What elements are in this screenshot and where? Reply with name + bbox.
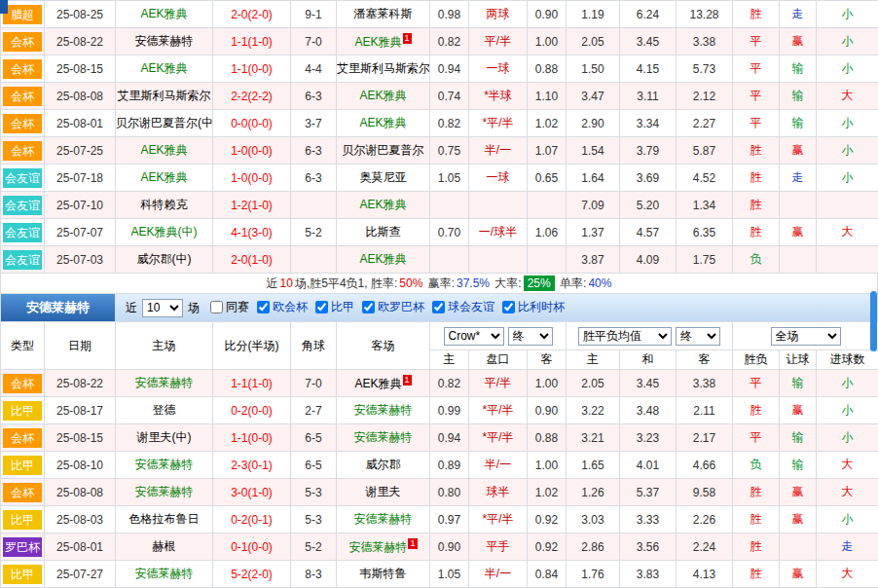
- team-name-link[interactable]: 色格拉布鲁日: [129, 512, 200, 526]
- league-filter[interactable]: 球会友谊: [432, 299, 494, 315]
- league-filter-checkbox[interactable]: [502, 301, 515, 313]
- team-name-link[interactable]: 安德莱赫特: [135, 567, 194, 580]
- league-filter[interactable]: 同赛: [210, 299, 249, 315]
- team-name-link[interactable]: 安德莱赫特: [354, 512, 413, 526]
- team-name-link[interactable]: AEK雅典: [359, 252, 406, 266]
- euro-final-select[interactable]: 终: [676, 327, 720, 346]
- team-name-link[interactable]: AEK雅典(中): [130, 225, 197, 239]
- euro-away-odds: 5.73: [677, 55, 733, 83]
- corners-cell: 3-7: [291, 110, 337, 137]
- asian-handicap-line: 半/一: [469, 452, 528, 479]
- team-name-link[interactable]: 谢里夫: [366, 485, 401, 498]
- team-name-link[interactable]: 安德莱赫特: [354, 403, 413, 417]
- asian-away-odds: 1.00: [528, 452, 567, 479]
- team-name-link[interactable]: 安德莱赫特: [135, 458, 194, 471]
- team-name-link[interactable]: AEK雅典: [140, 61, 187, 75]
- asian-away-odds: 0.88: [528, 424, 567, 452]
- league-filter-checkbox[interactable]: [257, 301, 270, 313]
- euro-average-select[interactable]: 胜平负均值: [578, 327, 672, 346]
- match-date: 25-08-01: [45, 533, 116, 561]
- league-filter[interactable]: 欧会杯: [257, 299, 308, 315]
- team-name-link[interactable]: 安德莱赫特: [348, 540, 407, 554]
- result-goals: 小: [817, 28, 878, 55]
- result-wdl: 平: [733, 83, 780, 110]
- team-name-link[interactable]: AEK雅典: [354, 377, 401, 390]
- team-name-link[interactable]: 安德莱赫特: [135, 376, 194, 389]
- home-team-cell: 赫根: [116, 533, 213, 561]
- score-cell: 1-2(1-0): [213, 192, 291, 219]
- team-name-link[interactable]: AEK雅典: [359, 89, 406, 102]
- team-name-link[interactable]: AEK雅典: [359, 198, 406, 211]
- team-name-link[interactable]: 贝尔谢巴夏普尔(中): [116, 116, 213, 129]
- asian-home-odds: [430, 246, 469, 274]
- league-filter-checkbox[interactable]: [362, 301, 375, 313]
- corners-cell: 9-1: [291, 1, 337, 28]
- team-name-link[interactable]: 奥莫尼亚: [360, 170, 407, 184]
- score-cell: 2-2(2-2): [213, 83, 291, 110]
- result-handicap: 赢: [780, 397, 817, 424]
- red-card-badge: 1: [403, 375, 412, 386]
- score-cell: 3-0(1-0): [213, 479, 291, 506]
- euro-away-odds: 2.12: [677, 83, 733, 110]
- team-name-link[interactable]: 安德莱赫特: [354, 430, 413, 444]
- team-name-link[interactable]: 艾里斯利马斯索尔: [337, 61, 430, 75]
- match-row: 会杯25-08-08艾里斯利马斯索尔2-2(2-2)6-3AEK雅典0.74*半…: [1, 83, 878, 110]
- match-count-select[interactable]: 10: [142, 299, 183, 317]
- away-team-cell: AEK雅典: [337, 83, 430, 110]
- team-name-link[interactable]: 贝尔谢巴夏普尔: [343, 143, 424, 157]
- summary-segment: 赢率:: [424, 276, 455, 290]
- team-name-link[interactable]: AEK雅典: [140, 170, 187, 184]
- league-type-badge: 会杯: [3, 428, 42, 448]
- team-name-link[interactable]: 威尔郡: [366, 458, 401, 471]
- team-name-link[interactable]: 安德莱赫特: [135, 485, 194, 498]
- asian-away-odds: 0.88: [528, 55, 567, 83]
- euro-draw-odds: 3.11: [620, 83, 677, 110]
- league-filter[interactable]: 欧罗巴杯: [362, 299, 424, 315]
- result-goals: 小: [817, 165, 878, 192]
- asian-home-odds: 0.80: [430, 479, 469, 506]
- asian-handicap-line: 半/一: [469, 561, 528, 588]
- team-name-link[interactable]: 赫根: [153, 539, 176, 553]
- result-group-header: 全场: [733, 322, 878, 350]
- team-name-link[interactable]: 谢里夫(中): [137, 430, 192, 444]
- asian-away-odds: 1.07: [528, 137, 567, 165]
- bottom-table-group-header-row: 类型 日期 主场 比分(半场) 角球 客场 Crow* 终 胜平负均值: [1, 322, 878, 350]
- team-name-link[interactable]: 威尔郡(中): [137, 252, 192, 266]
- team-name-link[interactable]: AEK雅典: [140, 143, 187, 157]
- match-date: 25-07-18: [45, 165, 116, 192]
- corners-cell: 5-2: [291, 219, 337, 246]
- euro-home-odds: 1.54: [567, 137, 620, 165]
- league-type-badge: 会杯: [3, 374, 42, 393]
- league-filter-checkbox[interactable]: [315, 301, 328, 313]
- asian-final-select[interactable]: 终: [508, 327, 553, 346]
- team-name-link[interactable]: AEK雅典: [354, 35, 401, 49]
- team-name-link[interactable]: 科特赖克: [141, 198, 188, 211]
- team-name-link[interactable]: 艾里斯利马斯索尔: [118, 89, 211, 102]
- asian-home-odds: 0.90: [430, 533, 469, 561]
- team-name-link[interactable]: AEK雅典: [359, 116, 406, 129]
- team-name-link[interactable]: AEK雅典: [140, 7, 187, 20]
- result-goals: 小: [817, 55, 878, 83]
- euro-home-odds: 3.21: [567, 424, 620, 452]
- league-filter-checkbox[interactable]: [210, 301, 223, 313]
- league-filter[interactable]: 比甲: [315, 299, 354, 315]
- result-goals: 大: [817, 83, 878, 110]
- league-filter-label: 比利时杯: [518, 299, 565, 315]
- team-name-link[interactable]: 比斯查: [366, 225, 401, 239]
- match-date: 25-08-25: [45, 1, 116, 28]
- team-name-link[interactable]: 安德莱赫特: [135, 34, 194, 48]
- match-row: 比甲25-08-17登德0-2(0-0)2-7安德莱赫特0.99*平/半0.90…: [1, 397, 878, 424]
- bookmaker-select[interactable]: Crow*: [444, 327, 504, 346]
- home-team-cell: AEK雅典: [116, 1, 213, 28]
- vertical-scrollbar-thumb[interactable]: [870, 291, 877, 351]
- league-filter-checkbox[interactable]: [432, 301, 445, 313]
- col-header-asian-home: 主: [430, 350, 469, 370]
- team-name-link[interactable]: 潘塞莱科斯: [354, 7, 413, 20]
- result-wdl: 平: [733, 370, 780, 397]
- team-name-link[interactable]: 韦斯特鲁: [360, 567, 407, 580]
- asian-home-odds: 0.74: [430, 83, 469, 110]
- asian-away-odds: 1.00: [528, 28, 567, 55]
- league-filter[interactable]: 比利时杯: [502, 299, 565, 315]
- match-scope-select[interactable]: 全场: [771, 327, 841, 346]
- team-name-link[interactable]: 登德: [153, 403, 176, 417]
